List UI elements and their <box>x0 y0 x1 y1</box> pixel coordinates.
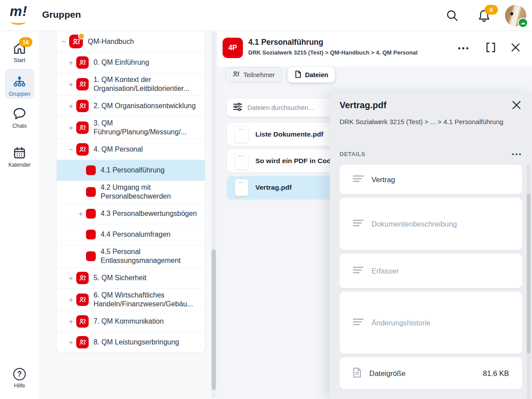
tree-item-4-1-selected[interactable]: 4.1 Personalführung <box>57 160 205 180</box>
nav-sidebar: 16 Start Gruppen Chats Kalender ? Hilfe <box>0 31 39 399</box>
file-details-panel: Vertrag.pdf DRK Sozialwerk 3215 (Test) >… <box>330 93 532 399</box>
group-icon <box>69 35 83 48</box>
expand-toggle[interactable]: + <box>76 210 85 218</box>
ellipsis-icon <box>511 150 522 158</box>
sidebar-item-label: Start <box>14 57 25 63</box>
expand-toggle[interactable]: + <box>66 102 75 110</box>
sidebar-item-label: Gruppen <box>9 91 31 97</box>
tree-item[interactable]: + 5. QM Sicherheit <box>57 267 205 288</box>
filter-sliders-icon <box>233 102 243 113</box>
sidebar-item-chats[interactable]: Chats <box>0 107 39 129</box>
group-icon <box>76 293 89 306</box>
file-details-title: Vertrag.pdf <box>340 100 387 110</box>
close-icon <box>510 42 521 55</box>
app-logo[interactable]: m! <box>10 4 32 27</box>
tree-item[interactable]: 4.5 Personal Entlassungsmanagement <box>57 245 205 267</box>
sidebar-item-start[interactable]: 16 Start <box>0 42 39 63</box>
subgroup-icon <box>86 187 96 197</box>
expand-toggle[interactable]: + <box>66 274 75 282</box>
group-tree-region: − QM-Handbuch + 0. QM Einführung + 1. QM… <box>39 31 217 399</box>
tab-label: Teilnehmer <box>243 71 275 78</box>
tab-teilnehmer[interactable]: Teilnehmer <box>225 67 282 82</box>
expand-brackets-icon <box>485 42 497 55</box>
tree-item[interactable]: + 2. QM Organisationsentwicklung <box>57 95 205 116</box>
file-name: So wird ein PDF in Cod <box>255 157 331 165</box>
group-panel-header: 4P 4.1 Personalführung DRK Sozialwerk 32… <box>217 31 532 66</box>
tree-item-qm-handbuch[interactable]: − QM-Handbuch <box>57 31 205 52</box>
search-icon <box>445 16 459 24</box>
group-icon <box>76 121 89 134</box>
more-options-button[interactable] <box>456 42 471 55</box>
expand-toggle[interactable]: + <box>66 296 75 304</box>
expand-toggle[interactable]: + <box>66 81 75 88</box>
tab-dateien[interactable]: Dateien <box>288 67 335 82</box>
detail-field-value: Vertrag <box>372 176 395 184</box>
tree-item-label: 4.2 Umgang mit Personalbeschwerden <box>96 183 201 201</box>
expand-toggle[interactable]: + <box>66 318 75 325</box>
tree-item-qm-personal[interactable]: − 4. QM Personal <box>57 139 205 160</box>
align-left-icon <box>353 175 364 184</box>
tree-item[interactable]: 4.2 Umgang mit Personalbeschwerden <box>57 180 205 203</box>
collapse-toggle[interactable]: − <box>66 146 75 153</box>
tree-item-label: 0. QM Einführung <box>89 58 151 67</box>
group-tree: − QM-Handbuch + 0. QM Einführung + 1. QM… <box>56 31 205 353</box>
tree-item[interactable]: + 4.3 Personalbewertungsbögen <box>57 203 205 224</box>
file-name: Vertrag.pdf <box>255 184 292 192</box>
tree-item-label: 4.1 Personalführung <box>96 166 166 175</box>
detail-field-placeholder: Änderungshistorie <box>372 319 430 327</box>
tree-item[interactable]: + 0. QM Einführung <box>57 52 205 73</box>
help-icon: ? <box>13 368 26 380</box>
sidebar-item-hilfe[interactable]: ? Hilfe <box>0 368 39 389</box>
detail-field-aenderungshistorie[interactable]: Änderungshistorie <box>340 292 522 354</box>
tree-item-label: 1. QM Kontext der Organisation/Leitbildo… <box>89 75 201 93</box>
file-breadcrumb[interactable]: DRK Sozialwerk 3215 (Test) > ... > 4.1 P… <box>340 118 503 125</box>
close-details-button[interactable] <box>509 99 524 113</box>
tree-item[interactable]: + 1. QM Kontext der Organisation/Leitbil… <box>57 73 205 95</box>
align-left-icon <box>353 318 364 328</box>
detail-field-title[interactable]: Vertrag <box>340 165 522 194</box>
detail-field-erfasser[interactable]: Erfasser <box>340 254 522 288</box>
sidebar-item-label: Kalender <box>8 162 31 168</box>
close-panel-button[interactable] <box>508 42 523 55</box>
file-thumbnail <box>235 153 248 169</box>
tree-item-label: 8. QM Leistungserbringung <box>89 338 181 347</box>
files-search-input[interactable]: Dateien durchsuchen... <box>227 98 338 117</box>
sidebar-item-gruppen[interactable]: Gruppen <box>0 72 39 97</box>
detail-field-filesize: Dateigröße 81.6 KB <box>340 357 522 389</box>
details-scrollbar-thumb[interactable] <box>527 194 531 353</box>
file-name: Liste Dokumente.pdf <box>255 130 323 138</box>
search-placeholder: Dateien durchsuchen... <box>247 104 313 111</box>
notification-badge: 8 <box>485 5 498 15</box>
details-more-options-button[interactable] <box>509 148 524 160</box>
group-icon <box>76 100 89 112</box>
notifications-button[interactable]: 8 <box>477 9 492 23</box>
expand-toggle[interactable]: + <box>66 339 75 346</box>
sidebar-item-kalender[interactable]: Kalender <box>0 146 39 168</box>
tree-item[interactable]: + 3. QM Führung/Planung/Messung/... <box>57 116 205 139</box>
search-button[interactable] <box>445 8 459 23</box>
align-left-icon <box>353 219 364 229</box>
detail-field-placeholder: Erfasser <box>372 267 399 275</box>
page-title: Gruppen <box>42 9 81 20</box>
avatar[interactable]: ☁ <box>505 5 526 26</box>
breadcrumb[interactable]: DRK Sozialwerk 3215 (Test) > QM-Handbuch… <box>248 49 418 56</box>
collapse-toggle[interactable]: − <box>59 38 68 45</box>
tree-scrollbar-thumb[interactable] <box>211 250 216 390</box>
group-icon <box>76 56 89 69</box>
tree-item[interactable]: + 7. QM Kommunikation <box>57 311 205 332</box>
group-tabs: Teilnehmer Dateien <box>225 67 335 82</box>
tab-label: Dateien <box>305 71 328 78</box>
top-bar: m! Gruppen 8 ☁ <box>0 0 532 31</box>
file-thumbnail <box>235 126 248 143</box>
file-thumbnail <box>235 179 248 196</box>
close-icon <box>511 100 522 112</box>
expand-toggle[interactable]: + <box>66 59 75 66</box>
group-icon <box>76 272 89 284</box>
group-title: 4.1 Personalführung <box>248 38 323 47</box>
detail-field-description[interactable]: Dokumentenbeschreibung <box>340 198 522 250</box>
tree-item[interactable]: 4.4 Personalumfragen <box>57 224 205 245</box>
fullscreen-button[interactable] <box>483 42 498 55</box>
tree-item[interactable]: + 8. QM Leistungserbringung <box>57 332 205 352</box>
tree-item[interactable]: + 6. QM Wirtschaftliches Handeln/Finanzw… <box>57 288 205 311</box>
expand-toggle[interactable]: + <box>66 124 75 132</box>
